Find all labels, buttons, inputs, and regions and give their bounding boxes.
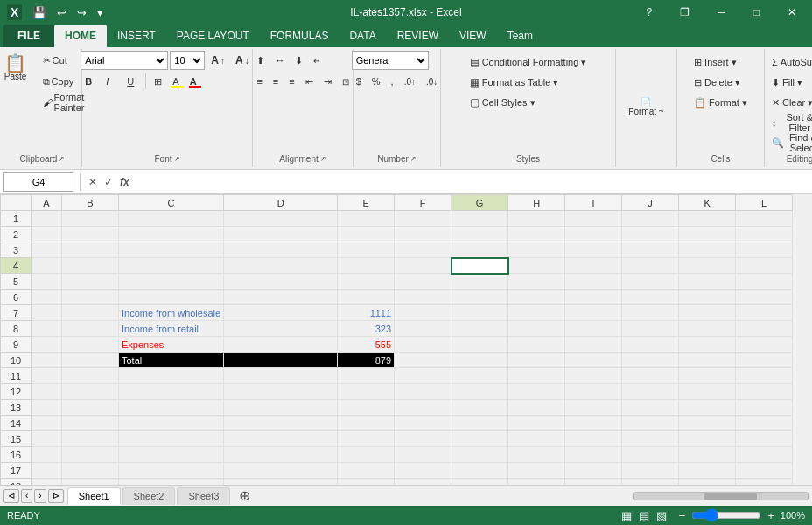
cell-h1[interactable] (508, 211, 565, 227)
page-layout-view-btn[interactable]: ▤ (636, 509, 652, 522)
cell-h4[interactable] (508, 258, 565, 274)
cell-i10[interactable] (565, 353, 622, 368)
align-center-btn[interactable]: ≡ (269, 72, 283, 91)
shrink-font-btn[interactable]: A↓ (231, 51, 254, 70)
help-btn[interactable]: ? (638, 0, 662, 24)
cell-e4[interactable] (338, 258, 395, 274)
cell-d12[interactable] (224, 384, 338, 400)
cell-a11[interactable] (32, 368, 62, 384)
find-btn[interactable]: 🔍 Find & Select ▾ (766, 133, 812, 152)
col-header-A[interactable]: A (32, 195, 62, 211)
cell-k18[interactable] (679, 479, 736, 486)
cell-j4[interactable] (622, 258, 679, 274)
cell-a6[interactable] (32, 290, 62, 305)
percent-btn[interactable]: % (368, 72, 385, 91)
cell-i13[interactable] (565, 400, 622, 416)
cell-e13[interactable] (338, 400, 395, 416)
cell-k6[interactable] (679, 290, 736, 305)
cell-h11[interactable] (508, 368, 565, 384)
cell-b3[interactable] (62, 242, 119, 258)
cell-e2[interactable] (338, 227, 395, 242)
cell-g14[interactable] (452, 416, 508, 431)
cell-j3[interactable] (622, 242, 679, 258)
cell-d15[interactable] (224, 431, 338, 447)
cell-f12[interactable] (395, 384, 452, 400)
decrease-decimal-btn[interactable]: .0↓ (422, 72, 442, 91)
cell-h14[interactable] (508, 416, 565, 431)
cell-c3[interactable] (119, 242, 224, 258)
cell-h15[interactable] (508, 431, 565, 447)
cell-g6[interactable] (452, 290, 508, 305)
cell-d13[interactable] (224, 400, 338, 416)
cell-b10[interactable] (62, 353, 119, 368)
page-break-view-btn[interactable]: ▧ (654, 509, 669, 522)
col-header-G[interactable]: G (452, 195, 508, 211)
cell-h8[interactable] (508, 321, 565, 337)
cell-c18[interactable] (119, 479, 224, 486)
cell-l13[interactable] (736, 400, 793, 416)
cell-b18[interactable] (62, 479, 119, 486)
cell-a18[interactable] (32, 479, 62, 486)
col-header-K[interactable]: K (679, 195, 736, 211)
cell-i5[interactable] (565, 274, 622, 290)
cell-a13[interactable] (32, 400, 62, 416)
insert-cells-btn[interactable]: ⊞ Insert ▾ (688, 52, 743, 72)
number-format-select[interactable]: General (352, 51, 429, 70)
cell-j18[interactable] (622, 479, 679, 486)
cell-l2[interactable] (736, 227, 793, 242)
cell-g4[interactable] (452, 258, 508, 274)
sheet-nav-last[interactable]: ⊳ (48, 489, 64, 503)
cell-e18[interactable] (338, 479, 395, 486)
cell-c17[interactable] (119, 463, 224, 479)
cell-h6[interactable] (508, 290, 565, 305)
formula-input[interactable] (135, 176, 808, 188)
font-color-btn[interactable]: A (186, 72, 201, 91)
cell-e14[interactable] (338, 416, 395, 431)
cell-a16[interactable] (32, 447, 62, 463)
cell-b4[interactable] (62, 258, 119, 274)
cell-k8[interactable] (679, 321, 736, 337)
cell-h17[interactable] (508, 463, 565, 479)
cell-g18[interactable] (452, 479, 508, 486)
tab-page-layout[interactable]: PAGE LAYOUT (166, 24, 260, 47)
cell-e10[interactable]: 879 (338, 353, 395, 368)
cell-h3[interactable] (508, 242, 565, 258)
cell-g1[interactable] (452, 211, 508, 227)
cell-g11[interactable] (452, 368, 508, 384)
cell-g12[interactable] (452, 384, 508, 400)
tab-file[interactable]: FILE (4, 24, 54, 47)
cell-k17[interactable] (679, 463, 736, 479)
cell-e1[interactable] (338, 211, 395, 227)
cell-d7[interactable] (224, 305, 338, 321)
cell-h18[interactable] (508, 479, 565, 486)
cell-j16[interactable] (622, 447, 679, 463)
sort-btn[interactable]: ↕ Sort & Filter ▾ (766, 113, 812, 132)
sheet-tab-sheet2[interactable]: Sheet2 (122, 487, 176, 505)
cell-i6[interactable] (565, 290, 622, 305)
cell-k2[interactable] (679, 227, 736, 242)
cell-d18[interactable] (224, 479, 338, 486)
cell-l4[interactable] (736, 258, 793, 274)
align-bottom-btn[interactable]: ⬇ (290, 51, 307, 70)
cell-k1[interactable] (679, 211, 736, 227)
format-cells-btn[interactable]: 📋 Format ▾ (688, 93, 753, 112)
cell-d5[interactable] (224, 274, 338, 290)
function-btn[interactable]: fx (118, 176, 131, 188)
conditional-formatting-btn[interactable]: ▤ Conditional Formatting ▾ (464, 52, 593, 72)
zoom-in-btn[interactable]: + (765, 509, 777, 522)
cell-j11[interactable] (622, 368, 679, 384)
cell-e15[interactable] (338, 431, 395, 447)
tab-formulas[interactable]: FORMULAS (260, 24, 340, 47)
cell-a5[interactable] (32, 274, 62, 290)
cell-c13[interactable] (119, 400, 224, 416)
cell-i9[interactable] (565, 337, 622, 353)
cell-j9[interactable] (622, 337, 679, 353)
cell-k3[interactable] (679, 242, 736, 258)
cell-a7[interactable] (32, 305, 62, 321)
cell-e7[interactable]: 1111 (338, 305, 395, 321)
cell-d14[interactable] (224, 416, 338, 431)
cell-f5[interactable] (395, 274, 452, 290)
cell-f13[interactable] (395, 400, 452, 416)
comma-btn[interactable]: , (387, 72, 398, 91)
cell-a15[interactable] (32, 431, 62, 447)
